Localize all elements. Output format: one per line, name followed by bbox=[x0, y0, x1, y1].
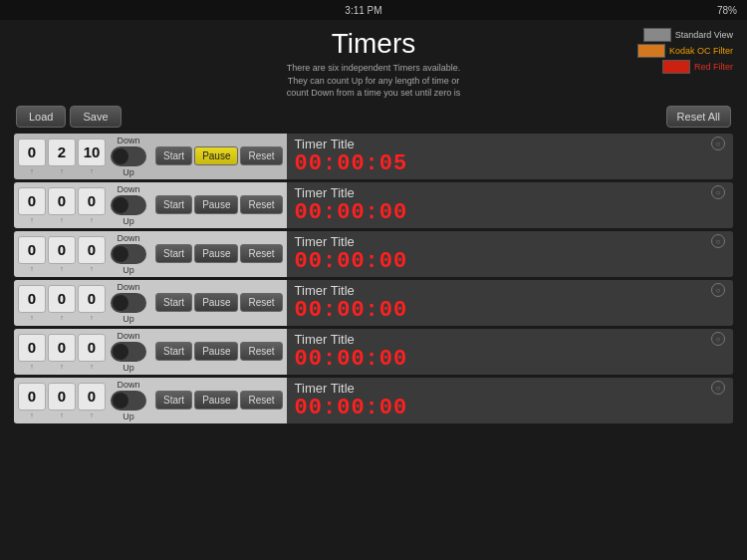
timer-5-title-row: Timer Title ○ bbox=[295, 332, 725, 347]
timer-1-settings-icon[interactable]: ○ bbox=[711, 137, 725, 150]
timer-4-reset-button[interactable]: Reset bbox=[240, 293, 282, 312]
timer-4-left: 0 ↑ 0 ↑ 0 ↑ Down bbox=[14, 280, 287, 326]
timer-5-reset-button[interactable]: Reset bbox=[240, 342, 282, 361]
timer-6-toggle[interactable] bbox=[111, 391, 146, 411]
timer-2-pause-button[interactable]: Pause bbox=[194, 195, 238, 214]
header-center: Timers There are six independent Timers … bbox=[254, 28, 494, 100]
timer-2-minutes-box: 0 ↑ bbox=[48, 187, 76, 223]
timer-1-reset-button[interactable]: Reset bbox=[240, 146, 282, 165]
timer-2-down-label: Down bbox=[117, 184, 139, 194]
timer-2-settings-icon[interactable]: ○ bbox=[711, 185, 725, 199]
timer-3-toggle-knob bbox=[113, 246, 128, 262]
timer-6-display: 00:00:00 bbox=[295, 396, 408, 420]
timer-6-pause-button[interactable]: Pause bbox=[194, 391, 238, 410]
timer-4-title-row: Timer Title ○ bbox=[295, 283, 725, 298]
save-button[interactable]: Save bbox=[70, 106, 121, 128]
timer-1-minutes-label: ↑ bbox=[60, 167, 64, 174]
timer-4-counter-group: 0 ↑ 0 ↑ 0 ↑ bbox=[18, 285, 106, 321]
timer-2-left: 0 ↑ 0 ↑ 0 ↑ Down bbox=[14, 182, 287, 228]
timer-4-hours[interactable]: 0 bbox=[18, 285, 46, 313]
timer-3-title-row: Timer Title ○ bbox=[295, 234, 725, 249]
timer-3-reset-button[interactable]: Reset bbox=[240, 244, 282, 263]
timer-6-settings-icon[interactable]: ○ bbox=[711, 381, 725, 395]
timer-1-direction-group: Down Up bbox=[111, 136, 146, 177]
timer-1-title: Timer Title bbox=[295, 137, 355, 151]
timer-6-hours-label: ↑ bbox=[30, 412, 34, 419]
timer-6-seconds-box: 0 ↑ bbox=[78, 383, 106, 419]
timer-1-down-label: Down bbox=[117, 136, 139, 145]
timer-2-seconds[interactable]: 0 bbox=[78, 187, 106, 215]
timer-6-hours[interactable]: 0 bbox=[18, 383, 46, 411]
timer-1-counter-group: 0 ↑ 2 ↑ 10 ↑ bbox=[18, 139, 106, 174]
app-subtitle: There are six independent Timers availab… bbox=[254, 62, 494, 100]
timer-2-btn-group: Start Pause Reset bbox=[155, 195, 283, 214]
timer-2-reset-button[interactable]: Reset bbox=[240, 195, 282, 214]
timer-4-seconds-box: 0 ↑ bbox=[78, 285, 106, 321]
timer-1-toggle[interactable] bbox=[111, 146, 146, 166]
timer-6-start-button[interactable]: Start bbox=[155, 391, 192, 410]
timer-5-seconds[interactable]: 0 bbox=[78, 334, 106, 362]
timer-5-hours-label: ↑ bbox=[30, 363, 34, 370]
timer-1-hours[interactable]: 0 bbox=[18, 139, 46, 166]
filter-red[interactable]: Red Filter bbox=[662, 60, 733, 74]
timer-4-pause-button[interactable]: Pause bbox=[194, 293, 238, 312]
timer-4-minutes[interactable]: 0 bbox=[48, 285, 76, 313]
timer-2-seconds-box: 0 ↑ bbox=[78, 187, 106, 223]
filter-kodak[interactable]: Kodak OC Filter bbox=[637, 44, 733, 58]
timers-container: 0 ↑ 2 ↑ 10 ↑ Down bbox=[14, 134, 733, 423]
timer-3-minutes[interactable]: 0 bbox=[48, 236, 76, 264]
timer-5-start-button[interactable]: Start bbox=[155, 342, 192, 361]
timer-5-settings-icon[interactable]: ○ bbox=[711, 332, 725, 346]
main-content: Timers There are six independent Timers … bbox=[0, 20, 747, 431]
timer-3-pause-button[interactable]: Pause bbox=[194, 244, 238, 263]
filter-options: Standard View Kodak OC Filter Red Filter bbox=[493, 28, 733, 74]
filter-kodak-swatch bbox=[637, 44, 665, 58]
timer-6-toggle-knob bbox=[113, 393, 128, 409]
timer-6-minutes[interactable]: 0 bbox=[48, 383, 76, 411]
timer-5-direction-group: Down Up bbox=[111, 331, 146, 373]
timer-5-toggle[interactable] bbox=[111, 342, 146, 362]
timer-5-pause-button[interactable]: Pause bbox=[194, 342, 238, 361]
timer-2-minutes[interactable]: 0 bbox=[48, 187, 76, 215]
timer-2-up-label: Up bbox=[123, 216, 134, 226]
timer-2-seconds-label: ↑ bbox=[90, 216, 94, 223]
timer-4-seconds[interactable]: 0 bbox=[78, 285, 106, 313]
timer-6-reset-button[interactable]: Reset bbox=[240, 391, 282, 410]
timer-5-minutes[interactable]: 0 bbox=[48, 334, 76, 362]
timer-3-hours[interactable]: 0 bbox=[18, 236, 46, 264]
timer-5-hours[interactable]: 0 bbox=[18, 334, 46, 362]
timer-3-start-button[interactable]: Start bbox=[155, 244, 192, 263]
timer-1-start-button[interactable]: Start bbox=[155, 146, 192, 165]
timer-2-toggle[interactable] bbox=[111, 195, 146, 215]
timer-6-direction-group: Down Up bbox=[111, 380, 146, 421]
timer-1-pause-button[interactable]: Pause bbox=[194, 146, 238, 165]
timer-3-seconds-label: ↑ bbox=[90, 265, 94, 272]
timer-2-start-button[interactable]: Start bbox=[155, 195, 192, 214]
timer-4-display: 00:00:00 bbox=[295, 298, 408, 323]
timer-row-6: 0 ↑ 0 ↑ 0 ↑ Down bbox=[14, 378, 733, 423]
timer-3-settings-icon[interactable]: ○ bbox=[711, 234, 725, 248]
timer-4-title: Timer Title bbox=[295, 283, 355, 298]
reset-all-button[interactable]: Reset All bbox=[666, 106, 731, 128]
timer-6-seconds[interactable]: 0 bbox=[78, 383, 106, 411]
load-button[interactable]: Load bbox=[16, 106, 66, 128]
timer-1-minutes[interactable]: 2 bbox=[48, 139, 76, 166]
timer-3-hours-label: ↑ bbox=[30, 265, 34, 272]
timer-2-toggle-knob bbox=[113, 197, 128, 213]
timer-1-seconds[interactable]: 10 bbox=[78, 139, 106, 166]
timer-3-toggle[interactable] bbox=[111, 244, 146, 264]
timer-1-title-row: Timer Title ○ bbox=[295, 137, 725, 151]
timer-5-seconds-label: ↑ bbox=[90, 363, 94, 370]
timer-2-title: Timer Title bbox=[295, 185, 355, 200]
timer-4-start-button[interactable]: Start bbox=[155, 293, 192, 312]
timer-4-toggle[interactable] bbox=[111, 293, 146, 313]
timer-5-counter-group: 0 ↑ 0 ↑ 0 ↑ bbox=[18, 334, 106, 370]
timer-4-settings-icon[interactable]: ○ bbox=[711, 283, 725, 297]
filter-standard[interactable]: Standard View bbox=[643, 28, 733, 42]
timer-2-display: 00:00:00 bbox=[295, 200, 408, 225]
timer-5-down-label: Down bbox=[117, 331, 139, 341]
timer-3-seconds[interactable]: 0 bbox=[78, 236, 106, 264]
timer-5-hours-box: 0 ↑ bbox=[18, 334, 46, 370]
timer-2-hours[interactable]: 0 bbox=[18, 187, 46, 215]
timer-1-up-label: Up bbox=[123, 167, 134, 177]
